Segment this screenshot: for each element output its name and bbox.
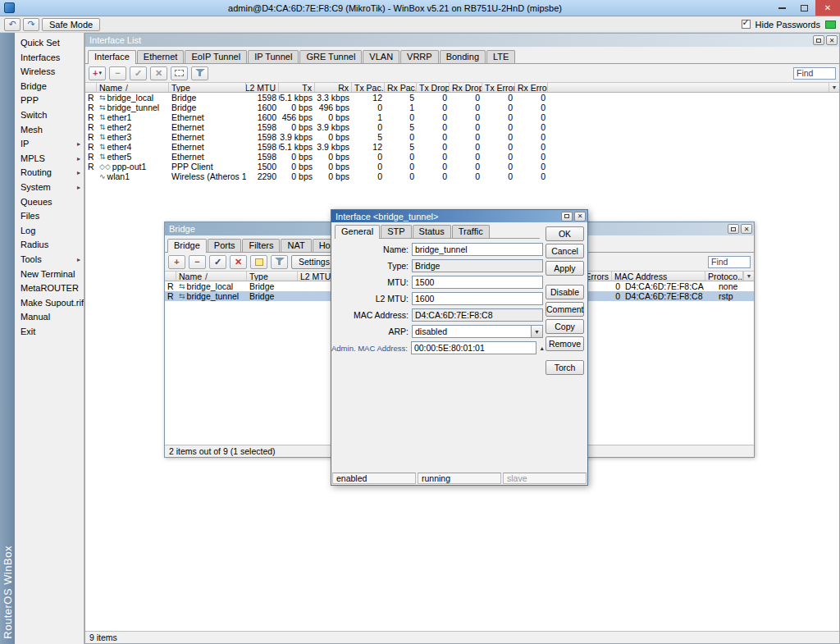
remove-button[interactable]: −	[189, 255, 206, 269]
close-button[interactable]: ✕	[815, 0, 840, 16]
close-button[interactable]: ✕	[574, 212, 586, 222]
undo-button[interactable]: ↶	[4, 18, 21, 31]
sidebar-item[interactable]: Mesh	[15, 123, 84, 138]
table-row[interactable]: R ⇅ether5 Ethernet 1598 0 bps 0 bps 0 0 …	[85, 152, 839, 162]
rx-column-header[interactable]: Rx	[315, 83, 352, 92]
admin-mac-field[interactable]	[411, 341, 536, 354]
tab[interactable]: Traffic	[452, 225, 490, 238]
tab[interactable]: Bridge	[167, 239, 207, 253]
flag-column-header[interactable]	[165, 272, 176, 281]
maximize-button[interactable]	[793, 0, 815, 16]
sidebar-item[interactable]: Bridge	[15, 80, 84, 94]
column-chooser-button[interactable]: ▼	[743, 272, 754, 281]
tx-errors-column-header[interactable]: Tx Errors	[482, 83, 515, 92]
add-button[interactable]: +	[168, 255, 185, 269]
add-button[interactable]: +▾	[89, 66, 106, 80]
column-chooser-button[interactable]: ▼	[829, 83, 839, 92]
apply-button[interactable]: Apply	[546, 261, 584, 276]
table-row[interactable]: R ⇅ether2 Ethernet 1598 0 bps 3.9 kbps 0…	[85, 122, 839, 132]
copy-button[interactable]: Copy	[546, 319, 584, 334]
minimize-button[interactable]	[771, 0, 793, 16]
tab[interactable]: NAT	[281, 239, 311, 252]
sidebar-item[interactable]: Files	[15, 209, 84, 224]
rx-drops-column-header[interactable]: Rx Drops	[450, 83, 482, 92]
interface-list-titlebar[interactable]: Interface List ✕	[85, 34, 839, 47]
tab[interactable]: Ethernet	[137, 50, 185, 63]
name-field[interactable]	[412, 243, 543, 256]
tab[interactable]: Bonding	[440, 50, 486, 63]
sidebar-item[interactable]: New Terminal	[15, 267, 84, 282]
table-row[interactable]: R ⇆bridge_local Bridge 1598 95.1 kbps 3.…	[85, 93, 839, 103]
mac-address-column-header[interactable]: MAC Address	[612, 272, 705, 281]
tx-column-header[interactable]: Tx	[279, 83, 315, 92]
remove-button[interactable]: Remove	[546, 336, 584, 351]
filter-button[interactable]	[271, 255, 288, 269]
close-button[interactable]: ✕	[741, 224, 752, 234]
sidebar-item[interactable]: Radius	[15, 238, 84, 253]
sidebar-item[interactable]: Tools ▸	[15, 253, 84, 267]
tab[interactable]: Interface	[88, 50, 136, 64]
table-row[interactable]: ∿wlan1 Wireless (Atheros 11N) 2290 0 bps…	[85, 171, 839, 181]
dialog-titlebar[interactable]: Interface <bridge_tunnel> ✕	[331, 210, 587, 222]
disable-button[interactable]: ✕	[150, 66, 167, 80]
restore-button[interactable]	[728, 224, 739, 234]
filter-button[interactable]	[191, 66, 208, 80]
tx-drops-column-header[interactable]: Tx Drops	[417, 83, 450, 92]
arp-field[interactable]	[412, 325, 531, 338]
mtu-field[interactable]	[412, 276, 543, 289]
l2mtu-field[interactable]	[412, 292, 543, 305]
table-row[interactable]: R ⇅ether1 Ethernet 1600 456 bps 0 bps 1 …	[85, 112, 839, 122]
table-row[interactable]: R ⇅ether4 Ethernet 1598 95.1 kbps 3.9 kb…	[85, 142, 839, 152]
sidebar-item[interactable]: Make Supout.rif	[15, 296, 84, 311]
disable-button[interactable]: ✕	[230, 255, 247, 269]
sidebar-item[interactable]: Switch	[15, 108, 84, 123]
sidebar-item[interactable]: Wireless	[15, 65, 84, 80]
name-column-header[interactable]: Name/	[97, 83, 169, 92]
sidebar-item[interactable]: Routing ▸	[15, 166, 84, 180]
os-titlebar[interactable]: admin@D4:CA:6D:7E:F8:C9 (MikroTik) - Win…	[0, 0, 840, 16]
rx-packet-column-header[interactable]: Rx Pac...	[385, 83, 417, 92]
table-row[interactable]: R ◇◇ppp-out1 PPP Client 1500 0 bps 0 bps…	[85, 162, 839, 171]
restore-button[interactable]	[813, 35, 824, 45]
sidebar-item[interactable]: Exit	[15, 325, 84, 340]
comment-button[interactable]: Comment	[546, 302, 584, 317]
type-column-header[interactable]: Type	[247, 272, 298, 281]
protocol-column-header[interactable]: Protoco...	[705, 272, 743, 281]
sidebar-item[interactable]: Interfaces	[15, 51, 84, 66]
tab[interactable]: IP Tunnel	[248, 50, 299, 63]
tab[interactable]: Filters	[242, 239, 280, 252]
tab[interactable]: LTE	[486, 50, 515, 63]
rx-errors-column-header[interactable]: Rx Errors	[515, 83, 548, 92]
sidebar-item[interactable]: PPP	[15, 94, 84, 108]
arp-select[interactable]: ▼	[412, 325, 543, 338]
hide-passwords-checkbox[interactable]: ✓	[742, 20, 751, 29]
tab[interactable]: STP	[381, 225, 411, 238]
tab[interactable]: VLAN	[363, 50, 399, 63]
sidebar-item[interactable]: Queues	[15, 195, 84, 210]
type-column-header[interactable]: Type	[169, 83, 246, 92]
l2mtu-column-header[interactable]: L2 MTU	[246, 83, 279, 92]
remove-button[interactable]: −	[109, 66, 126, 80]
sidebar-item[interactable]: Quick Set	[15, 36, 84, 51]
sidebar-item[interactable]: MetaROUTER	[15, 281, 84, 296]
hide-passwords-label[interactable]: Hide Passwords	[756, 20, 820, 30]
tx-packet-column-header[interactable]: Tx Pac...	[352, 83, 385, 92]
sidebar-item[interactable]: Log	[15, 224, 84, 239]
arp-dropdown-button[interactable]: ▼	[531, 325, 543, 338]
find-input[interactable]	[708, 256, 751, 268]
tab[interactable]: GRE Tunnel	[299, 50, 362, 63]
collapse-field-button[interactable]: ▲	[538, 342, 546, 354]
enable-button[interactable]: ✓	[130, 66, 147, 80]
find-input[interactable]	[793, 67, 836, 80]
sidebar-item[interactable]: System ▸	[15, 180, 84, 195]
close-button[interactable]: ✕	[826, 35, 838, 45]
sidebar-item[interactable]: MPLS ▸	[15, 152, 84, 167]
safe-mode-button[interactable]: Safe Mode	[42, 18, 100, 31]
table-row[interactable]: R ⇆bridge_tunnel Bridge 1600 0 bps 496 b…	[85, 103, 839, 112]
tab[interactable]: General	[335, 225, 380, 239]
table-row[interactable]: R ⇅ether3 Ethernet 1598 3.9 kbps 0 bps 5…	[85, 132, 839, 142]
tab[interactable]: Status	[413, 225, 451, 238]
ok-button[interactable]: OK	[546, 226, 584, 241]
enable-button[interactable]: ✓	[209, 255, 226, 269]
torch-button[interactable]: Torch	[546, 360, 584, 375]
